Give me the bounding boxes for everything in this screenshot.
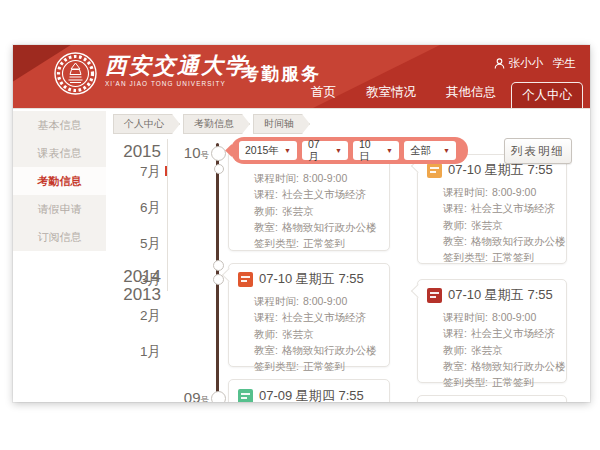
nav-personal-center-active-tab[interactable]: 个人中心 — [511, 82, 583, 108]
type-select[interactable]: 全部▼ — [404, 141, 456, 160]
day-select[interactable]: 10日▼ — [353, 141, 399, 160]
user-info[interactable]: 张小小 学生 — [494, 56, 577, 71]
user-icon — [494, 58, 505, 69]
sidebar-item-basic-info[interactable]: 基本信息 — [13, 111, 106, 139]
timeline-node — [213, 260, 224, 271]
timeline-month-1[interactable]: 1月 — [101, 343, 161, 361]
timeline-axis — [216, 143, 219, 402]
chevron-down-icon: ▼ — [284, 147, 291, 154]
nav-home[interactable]: 首页 — [296, 84, 351, 108]
card-date: 07-10 星期五 7:55 — [448, 286, 553, 304]
timeline-node — [213, 274, 224, 285]
timeline-month-6[interactable]: 6月 — [101, 199, 161, 217]
timeline-node — [211, 391, 226, 402]
timeline-month-7[interactable]: 7月 — [101, 163, 161, 181]
page: 西安交通大学 XI'AN JIAO TONG UNIVERSITY 考勤服务 张… — [0, 0, 600, 450]
university-logo: 西安交通大学 XI'AN JIAO TONG UNIVERSITY — [53, 51, 249, 96]
app-window: 西安交通大学 XI'AN JIAO TONG UNIVERSITY 考勤服务 张… — [13, 45, 590, 402]
attendance-card[interactable]: 课程时间:8:00-9:00 课程:社会主义市场经济 教师:张芸京 教室:格物致… — [228, 151, 390, 251]
attendance-card[interactable]: 07-10 星期五 7:55 课程时间:8:00-9:00 课程:社会主义市场经… — [417, 279, 567, 383]
timeline-month-5[interactable]: 5月 — [101, 235, 161, 253]
calendar-green-icon — [238, 389, 253, 403]
month-select[interactable]: 07月▼ — [302, 141, 348, 160]
card-date: 07-09 星期四 7:55 — [259, 387, 364, 402]
nav-classrooms[interactable]: 教室情况 — [351, 84, 431, 108]
timeline-year-2015[interactable]: 2015 — [101, 142, 161, 162]
year-select[interactable]: 2015年▼ — [239, 141, 297, 160]
chevron-down-icon: ▼ — [443, 147, 450, 154]
calendar-red-icon — [427, 288, 442, 303]
user-role: 学生 — [553, 56, 576, 71]
content-area: 基本信息 课表信息 考勤信息 请假申请 订阅信息 个人中心 考勤信息 时间轴 2… — [13, 108, 590, 402]
breadcrumb-personal-center[interactable]: 个人中心 — [113, 114, 180, 134]
attendance-card[interactable]: 07-09 星期四 7:55 — [228, 379, 390, 402]
sidebar-item-subscription-info[interactable]: 订阅信息 — [13, 223, 106, 251]
card-date: 07-10 星期五 7:55 — [259, 270, 364, 288]
list-detail-button[interactable]: 列表明细 — [504, 138, 572, 164]
timeline-node — [211, 146, 226, 161]
calendar-orange-icon — [238, 272, 253, 287]
university-name-cn: 西安交通大学 — [105, 51, 249, 79]
breadcrumb-attendance-info[interactable]: 考勤信息 — [183, 114, 250, 134]
timeline-node — [214, 164, 224, 174]
university-name-en: XI'AN JIAO TONG UNIVERSITY — [105, 80, 249, 87]
day-marker-09: 09号 — [163, 389, 209, 402]
attendance-card[interactable] — [417, 395, 567, 402]
app-header: 西安交通大学 XI'AN JIAO TONG UNIVERSITY 考勤服务 张… — [13, 45, 590, 108]
calendar-amber-icon — [427, 163, 442, 178]
university-logo-icon — [53, 51, 98, 96]
nav-other-info[interactable]: 其他信息 — [431, 84, 511, 108]
breadcrumb: 个人中心 考勤信息 时间轴 — [113, 114, 310, 134]
breadcrumb-timeline[interactable]: 时间轴 — [253, 114, 310, 134]
timeline-month-2[interactable]: 2月 — [101, 307, 161, 325]
sidebar: 基本信息 课表信息 考勤信息 请假申请 订阅信息 — [13, 111, 106, 251]
day-marker-10: 10号 — [163, 144, 209, 162]
timeline-year-2014[interactable]: 2014 — [101, 267, 161, 287]
attendance-card[interactable]: 07-10 星期五 7:55 课程时间:8:00-9:00 课程:社会主义市场经… — [417, 154, 567, 264]
sidebar-item-attendance-info[interactable]: 考勤信息 — [13, 167, 106, 195]
user-name: 张小小 — [509, 56, 544, 71]
timeline-year-2013[interactable]: 2013 — [101, 285, 161, 305]
sidebar-item-leave-request[interactable]: 请假申请 — [13, 195, 106, 223]
main-nav: 首页 教室情况 其他信息 个人中心 — [296, 82, 583, 108]
attendance-card[interactable]: 07-10 星期五 7:55 课程时间:8:00-9:00 课程:社会主义市场经… — [228, 263, 390, 367]
chevron-down-icon: ▼ — [335, 147, 342, 154]
sidebar-item-schedule-info[interactable]: 课表信息 — [13, 139, 106, 167]
date-filter-bubble: 2015年▼ 07月▼ 10日▼ 全部▼ — [231, 137, 468, 164]
chevron-down-icon: ▼ — [386, 147, 393, 154]
